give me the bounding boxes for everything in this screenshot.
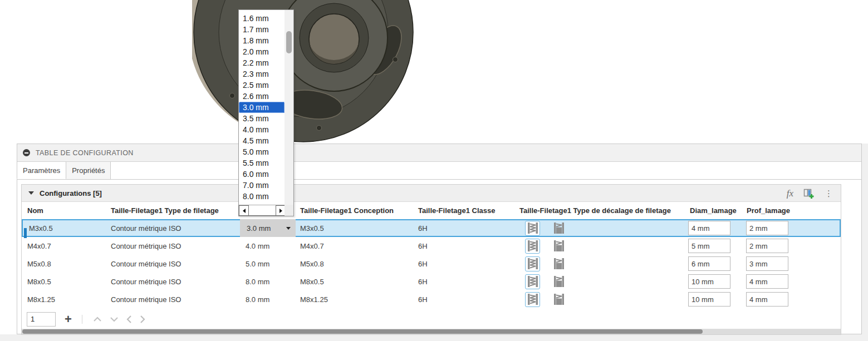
table-row[interactable]: M8x0.5 Contour métrique ISO 8.0 mm M8x0.…	[22, 273, 841, 290]
taille-value: 3.0 mm	[247, 224, 286, 233]
cell-type-filetage: Contour métrique ISO	[111, 224, 240, 233]
chevron-down-icon[interactable]	[109, 316, 119, 323]
thread-full-icon[interactable]	[525, 274, 540, 289]
thread-full-icon[interactable]	[525, 221, 540, 236]
configurations-section: Configurations [5] fx ⋮ Nom Taille-Filet…	[21, 184, 841, 335]
chevron-right-icon[interactable]	[139, 315, 146, 324]
col-prof-lamage: Prof_lamage	[742, 206, 840, 215]
table-row[interactable]: M8x1.25 Contour métrique ISO 8.0 mm M8x1…	[22, 290, 841, 308]
table-row[interactable]: M3x0.5 Contour métrique ISO 3.0 mm M3x0.…	[22, 219, 841, 237]
diam-lamage-input[interactable]	[688, 256, 730, 271]
cell-taille: 5.0 mm	[240, 260, 269, 268]
selected-row-accent	[24, 228, 27, 238]
cell-type-filetage: Contour métrique ISO	[111, 295, 240, 304]
dropdown-hscroll-track[interactable]	[249, 205, 276, 216]
pager-controls: +	[22, 308, 841, 330]
model-viewport[interactable]	[192, 0, 415, 144]
configurations-label: Configurations [5]	[40, 189, 102, 197]
cell-conception: M3x0.5	[296, 224, 414, 233]
table-header-row: Nom Taille-Filetage1 Type de filetage Ta…	[22, 202, 841, 219]
thread-full-icon[interactable]	[525, 239, 540, 254]
page-number-input[interactable]	[27, 312, 56, 327]
horizontal-scrollbar[interactable]	[22, 329, 841, 334]
chevron-up-icon[interactable]	[92, 316, 102, 323]
dropdown-option[interactable]: 7.0 mm	[239, 180, 285, 191]
dropdown-option[interactable]: 2.0 mm	[239, 46, 285, 57]
kebab-menu-icon[interactable]: ⋮	[825, 189, 833, 197]
dropdown-option[interactable]: 3.5 mm	[239, 113, 285, 124]
dropdown-option[interactable]: 1.7 mm	[239, 24, 285, 35]
thread-offset-icon[interactable]	[551, 256, 566, 271]
thread-full-icon[interactable]	[525, 292, 540, 307]
dropdown-option[interactable]: 2.2 mm	[239, 57, 285, 68]
col-decalage: Taille-Filetage1 Type de décalage de fil…	[515, 206, 685, 215]
dropdown-option[interactable]: 2.3 mm	[239, 68, 285, 80]
diam-lamage-input[interactable]	[688, 274, 730, 289]
fx-icon[interactable]: fx	[787, 189, 793, 198]
horizontal-scrollbar-thumb[interactable]	[22, 329, 703, 334]
triangle-down-icon[interactable]	[28, 191, 34, 195]
panel-header: TABLE DE CONFIGURATION	[17, 144, 861, 162]
taille-dropdown-cell[interactable]: 3.0 mm	[240, 219, 296, 237]
cell-type-filetage: Contour métrique ISO	[111, 260, 240, 268]
diam-lamage-input[interactable]	[688, 292, 730, 307]
cell-classe: 6H	[414, 260, 515, 268]
dropdown-option[interactable]: 8.0 mm	[239, 191, 285, 202]
cell-classe: 6H	[414, 278, 515, 286]
tab-proprietes[interactable]: Propriétés	[66, 162, 111, 179]
table-body: M3x0.5 Contour métrique ISO 3.0 mm M3x0.…	[22, 219, 841, 308]
tab-parametres[interactable]: Paramètres	[17, 162, 66, 179]
col-conception: Taille-Filetage1 Conception	[296, 206, 414, 215]
cell-type-filetage: Contour métrique ISO	[111, 242, 240, 250]
dropdown-option[interactable]: 2.6 mm	[239, 91, 285, 102]
cell-classe: 6H	[414, 224, 515, 233]
table-row[interactable]: M5x0.8 Contour métrique ISO 5.0 mm M5x0.…	[22, 255, 841, 273]
add-column-icon[interactable]	[803, 188, 815, 199]
prof-lamage-input[interactable]	[746, 239, 788, 253]
diam-lamage-input[interactable]	[688, 221, 730, 235]
dropdown-vscroll-thumb[interactable]	[286, 31, 292, 53]
thread-offset-icon[interactable]	[551, 239, 566, 254]
panel-title: TABLE DE CONFIGURATION	[36, 149, 134, 157]
cell-conception: M5x0.8	[296, 260, 414, 268]
dropdown-option[interactable]: 2.5 mm	[239, 80, 285, 91]
thread-offset-icon[interactable]	[551, 221, 566, 236]
col-diam-lamage: Diam_lamage	[685, 206, 742, 215]
dropdown-option[interactable]: 5.5 mm	[239, 157, 285, 169]
col-nom: Nom	[22, 206, 111, 215]
taille-dropdown-popup: 1.6 mm1.7 mm1.8 mm2.0 mm2.2 mm2.3 mm2.5 …	[238, 9, 294, 216]
page-background-right	[862, 144, 868, 341]
dropdown-horizontal-scrollbar	[239, 205, 286, 216]
cell-nom: M5x0.8	[27, 260, 51, 268]
cell-taille: 8.0 mm	[240, 278, 269, 286]
scroll-left-icon[interactable]	[239, 205, 249, 216]
cell-conception: M8x0.5	[296, 278, 414, 286]
cell-nom: M8x0.5	[27, 278, 51, 286]
dropdown-option[interactable]: 1.8 mm	[239, 35, 285, 46]
dropdown-option[interactable]: 5.0 mm	[239, 146, 285, 157]
dropdown-scroll-corner	[285, 205, 293, 216]
dropdown-option[interactable]: 6.0 mm	[239, 169, 285, 180]
dropdown-option[interactable]: 4.5 mm	[239, 135, 285, 146]
thread-full-icon[interactable]	[525, 256, 540, 271]
divider	[82, 315, 82, 324]
chevron-left-icon[interactable]	[126, 315, 133, 324]
dropdown-vertical-scrollbar[interactable]	[285, 10, 293, 205]
thread-offset-icon[interactable]	[551, 274, 566, 289]
prof-lamage-input[interactable]	[746, 274, 788, 289]
cell-classe: 6H	[414, 242, 515, 250]
table-row[interactable]: M4x0.7 Contour métrique ISO 4.0 mm M4x0.…	[22, 237, 841, 255]
diam-lamage-input[interactable]	[688, 239, 730, 253]
dropdown-option[interactable]: 3.0 mm	[239, 102, 285, 113]
prof-lamage-input[interactable]	[746, 256, 788, 271]
cell-nom: M4x0.7	[27, 242, 51, 250]
dropdown-option[interactable]: 4.0 mm	[239, 124, 285, 135]
prof-lamage-input[interactable]	[746, 292, 788, 307]
thread-offset-icon[interactable]	[551, 292, 566, 307]
add-row-button[interactable]: +	[65, 313, 72, 325]
prof-lamage-input[interactable]	[746, 221, 788, 235]
collapse-icon[interactable]	[23, 149, 30, 156]
col-classe: Taille-Filetage1 Classe	[414, 206, 515, 215]
dropdown-option[interactable]: 1.6 mm	[239, 13, 285, 24]
cell-nom: M3x0.5	[29, 224, 53, 233]
